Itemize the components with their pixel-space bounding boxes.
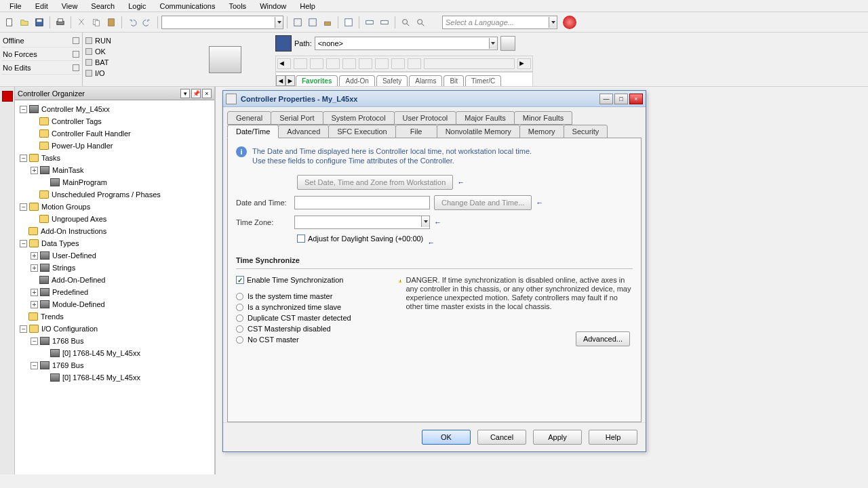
tab-general[interactable]: General (227, 111, 271, 125)
node-slot0a[interactable]: [0] 1768-L45 My_L45xx (62, 349, 140, 357)
branch-icon[interactable] (342, 58, 356, 69)
path-icon[interactable] (275, 35, 292, 52)
nav-right-icon[interactable]: ► (517, 58, 531, 69)
tab-advanced[interactable]: Advanced (278, 125, 329, 138)
zoom-out-icon[interactable] (414, 16, 427, 29)
print-icon[interactable] (54, 16, 67, 29)
node-moduledef[interactable]: Module-Defined (52, 300, 105, 308)
node-addondef[interactable]: Add-On-Defined (52, 276, 106, 284)
node-mainprogram[interactable]: MainProgram (62, 178, 107, 186)
dialog-titlebar[interactable]: Controller Properties - My_L45xx — □ × (223, 91, 646, 107)
menu-search[interactable]: Search (84, 1, 121, 10)
node-powerup-handler[interactable]: Power-Up Handler (52, 142, 113, 150)
rung-start-icon[interactable] (294, 58, 307, 69)
set-from-workstation-button[interactable]: Set Date, Time and Zone from Workstation (297, 175, 453, 190)
verify-icon[interactable] (291, 16, 304, 29)
new-icon[interactable] (3, 16, 16, 29)
tab-majorfaults[interactable]: Major Faults (456, 111, 515, 125)
build-icon[interactable] (321, 16, 334, 29)
node-addon-instr[interactable]: Add-On Instructions (41, 227, 106, 235)
tabs-scroll-right-icon[interactable]: ► (285, 75, 295, 86)
props-icon[interactable] (342, 16, 355, 29)
menu-window[interactable]: Window (253, 1, 293, 10)
minimize-button[interactable]: — (599, 94, 613, 104)
help-button[interactable]: Help (589, 430, 637, 445)
menu-communications[interactable]: Communications (153, 1, 222, 10)
expander-icon[interactable]: + (31, 252, 38, 260)
tab-security[interactable]: Security (564, 125, 608, 138)
node-ungrouped-axes[interactable]: Ungrouped Axes (52, 215, 106, 223)
node-1769bus[interactable]: 1769 Bus (52, 361, 83, 369)
node-slot0b[interactable]: [0] 1768-L45 My_L45xx (62, 373, 140, 382)
path-browse-button[interactable] (500, 36, 515, 51)
apply-button[interactable]: Apply (533, 430, 582, 445)
menu-view[interactable]: View (55, 1, 85, 10)
expander-icon[interactable]: + (31, 301, 38, 308)
verify-all-icon[interactable] (306, 16, 319, 29)
organizer-dropdown-icon[interactable]: ▾ (180, 89, 190, 98)
tab-nonvolatile[interactable]: Nonvolatile Memory (437, 125, 520, 138)
ok-button[interactable]: OK (422, 430, 471, 445)
enable-ts-checkbox[interactable]: ✓ (236, 276, 244, 284)
node-controller-tags[interactable]: Controller Tags (52, 117, 102, 125)
undo-icon[interactable] (125, 16, 139, 29)
menu-file[interactable]: File (3, 1, 28, 10)
expander-icon[interactable]: − (31, 338, 38, 345)
globe-icon[interactable] (563, 16, 576, 29)
expander-icon[interactable]: − (20, 155, 27, 162)
node-ioconfig[interactable]: I/O Configuration (41, 325, 98, 333)
menu-tools[interactable]: Tools (222, 1, 253, 10)
tab-timer[interactable]: Timer/C (465, 75, 501, 86)
node-datatypes[interactable]: Data Types (41, 239, 79, 247)
change-datetime-button[interactable]: Change Date and Time... (434, 195, 532, 210)
node-trends[interactable]: Trends (41, 312, 64, 321)
zoom-in-icon[interactable] (399, 16, 412, 29)
branch2-icon[interactable] (359, 58, 372, 69)
edits-indicator[interactable] (73, 64, 79, 71)
tab-bit[interactable]: Bit (443, 75, 464, 86)
toggle-icon[interactable] (363, 16, 376, 29)
radio-dup-cst[interactable] (236, 314, 243, 322)
tab-alarms[interactable]: Alarms (409, 75, 442, 86)
nav-left-icon[interactable]: ◄ (277, 58, 291, 69)
expander-icon[interactable]: + (31, 289, 38, 296)
expander-icon[interactable]: − (31, 362, 38, 369)
paste-icon[interactable] (104, 16, 118, 29)
tab-addon[interactable]: Add-On (339, 75, 374, 86)
node-unscheduled[interactable]: Unscheduled Programs / Phases (52, 190, 161, 199)
organizer-pin-icon[interactable]: 📌 (191, 89, 201, 98)
expander-icon[interactable]: − (20, 325, 27, 333)
menu-edit[interactable]: Edit (28, 1, 55, 10)
elem2-icon[interactable] (391, 58, 405, 69)
tab-sfc[interactable]: SFC Execution (328, 125, 395, 138)
copy-icon[interactable] (90, 16, 103, 29)
maximize-button[interactable]: □ (614, 94, 628, 104)
dst-checkbox[interactable] (297, 235, 305, 243)
cut-icon[interactable] (75, 16, 88, 29)
tab-file[interactable]: File (395, 125, 437, 138)
menu-logic[interactable]: Logic (121, 1, 153, 10)
radio-system-master[interactable] (236, 293, 243, 300)
expander-icon[interactable]: + (31, 167, 38, 174)
node-fault-handler[interactable]: Controller Fault Handler (52, 129, 131, 138)
timezone-combo[interactable] (294, 216, 430, 229)
node-userdef[interactable]: User-Defined (52, 251, 96, 260)
tab-favorites[interactable]: Favorites (296, 75, 338, 86)
menu-help[interactable]: Help (293, 1, 322, 10)
elem3-icon[interactable] (408, 58, 421, 69)
node-tasks[interactable]: Tasks (41, 154, 60, 162)
cancel-button[interactable]: Cancel (477, 430, 526, 445)
toggle2-icon[interactable] (378, 16, 391, 29)
save-icon[interactable] (33, 16, 46, 29)
language-select[interactable]: Select a Language... (442, 16, 557, 29)
path-combo[interactable]: <none> (315, 37, 498, 50)
expander-icon[interactable]: + (31, 264, 38, 272)
radio-cst-disabled[interactable] (236, 325, 243, 333)
radio-sync-slave[interactable] (236, 304, 243, 311)
organizer-close-icon[interactable]: × (202, 89, 212, 98)
node-predefined[interactable]: Predefined (52, 288, 88, 296)
radio-no-cst[interactable] (236, 336, 243, 344)
tab-datetime[interactable]: Date/Time (227, 125, 279, 138)
rung-end-icon[interactable] (326, 58, 340, 69)
advanced-button[interactable]: Advanced... (576, 331, 630, 346)
